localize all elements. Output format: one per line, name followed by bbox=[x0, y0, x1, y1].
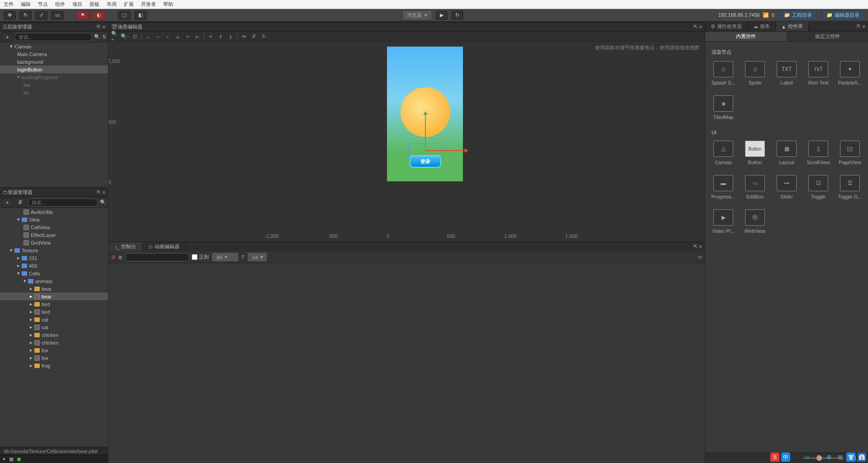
menu-project[interactable]: 项目 bbox=[72, 1, 82, 8]
widget-webview[interactable]: ⓔWebView bbox=[741, 207, 769, 236]
menu-file[interactable]: 文件 bbox=[4, 1, 14, 8]
widget-sprite[interactable]: ◇Sprite bbox=[741, 58, 769, 88]
popout-icon[interactable]: ⇱ bbox=[693, 24, 698, 30]
scene-canvas[interactable]: 使用鼠标右键平移视窗焦点，使用滚轮缩放视图 1,000 500 0 -1,000… bbox=[108, 42, 705, 241]
widget-pageview[interactable]: ▯▯PageView bbox=[836, 138, 863, 168]
tree-canvas[interactable]: ▾Canvas bbox=[0, 43, 108, 50]
scene-panel-header[interactable]: 🎬 场景编辑器 ⇱≡ bbox=[108, 22, 705, 32]
widget-panel[interactable]: 渲染节点 ◇Splash S... ◇Sprite TXTLabel TxTRi… bbox=[705, 42, 868, 453]
tree-tip[interactable]: tip bbox=[0, 89, 108, 96]
menu-node[interactable]: 节点 bbox=[38, 1, 48, 8]
builtin-tab[interactable]: 内置控件 bbox=[705, 32, 787, 41]
widget-slider[interactable]: ⊶Slider bbox=[773, 172, 800, 202]
font-size-dropdown[interactable]: 14 ▾ bbox=[247, 252, 267, 262]
dist-h2-icon[interactable]: ⫫ bbox=[227, 33, 234, 40]
play-button[interactable]: ▶ bbox=[436, 11, 448, 20]
widget-splash[interactable]: ◇Splash S... bbox=[710, 58, 737, 88]
tray-icon[interactable]: 👔 bbox=[857, 453, 866, 462]
collapse-icon[interactable]: ▾ bbox=[3, 456, 5, 462]
ime-icon[interactable]: S bbox=[770, 453, 779, 462]
widget-scrollview[interactable]: ▯ScrollView bbox=[805, 138, 832, 168]
open-log-icon[interactable]: 🗎 bbox=[118, 255, 123, 260]
menu-developer[interactable]: 开发者 bbox=[141, 1, 156, 8]
flip-h-icon[interactable]: ⇋ bbox=[240, 33, 247, 40]
menu-bar[interactable]: 文件 编辑 节点 组件 项目 面板 布局 扩展 开发者 帮助 bbox=[0, 0, 868, 9]
flip-v-icon[interactable]: ⇵ bbox=[250, 33, 257, 40]
search-icon[interactable]: 🔍 bbox=[94, 34, 100, 40]
scale-tool[interactable]: ⤢ bbox=[35, 11, 47, 20]
rotate-tool[interactable]: ↻ bbox=[19, 11, 32, 20]
asset-row[interactable]: ▸bird bbox=[0, 300, 108, 308]
search-icon[interactable]: 🔍 bbox=[100, 199, 106, 205]
widget-label[interactable]: TXTLabel bbox=[773, 58, 800, 88]
tray-icon[interactable]: ⬇ bbox=[814, 453, 823, 462]
align-center-h-icon[interactable]: ⫟ bbox=[154, 33, 161, 40]
menu-icon[interactable]: ≡ bbox=[699, 24, 702, 30]
filter-icon[interactable]: ⇅ bbox=[102, 34, 106, 40]
widget-particle[interactable]: ✦ParticleS... bbox=[836, 58, 863, 88]
asset-row[interactable]: ▾animals bbox=[0, 277, 108, 285]
anim-tab[interactable]: ▷ 动画编辑器 bbox=[143, 242, 186, 251]
asset-row[interactable]: AudioUtils bbox=[0, 208, 108, 216]
menu-icon[interactable]: ≡ bbox=[103, 24, 105, 30]
menu-icon[interactable]: ≡ bbox=[699, 244, 702, 250]
asset-row[interactable]: ▸frog bbox=[0, 362, 108, 369]
align-left-icon[interactable]: ⫠ bbox=[144, 33, 151, 40]
align-middle-icon[interactable]: ⫧ bbox=[184, 33, 191, 40]
clear-icon[interactable]: ⊘ bbox=[111, 254, 115, 260]
menu-panel[interactable]: 面板 bbox=[90, 1, 99, 8]
asset-row[interactable]: ▸450 bbox=[0, 262, 108, 269]
menu-component[interactable]: 组件 bbox=[55, 1, 65, 8]
align-top-icon[interactable]: ⫨ bbox=[174, 33, 181, 40]
project-dir-button[interactable]: 📁 工程目录 bbox=[779, 10, 817, 20]
refresh-button[interactable]: ↻ bbox=[451, 11, 463, 20]
popout-icon[interactable]: ⇱ bbox=[97, 24, 101, 30]
zoom-in-icon[interactable]: 🔍+ bbox=[111, 33, 118, 40]
hierarchy-tree[interactable]: ▾Canvas Main Camera background loginButt… bbox=[0, 43, 108, 187]
rect-tool[interactable]: ▭ bbox=[51, 11, 64, 20]
zoom-fit-icon[interactable]: ⊡ bbox=[131, 33, 138, 40]
menu-icon[interactable]: ≡ bbox=[863, 24, 865, 29]
create-asset-button[interactable]: + bbox=[2, 198, 13, 207]
widget-progress[interactable]: ▬Progress... bbox=[710, 172, 737, 202]
tree-background[interactable]: background bbox=[0, 58, 108, 66]
tray-icon[interactable]: ⊞ bbox=[825, 453, 834, 462]
x-axis-gizmo[interactable] bbox=[425, 150, 466, 151]
console-filter-input[interactable] bbox=[126, 253, 189, 261]
asset-row[interactable]: ▸cat bbox=[0, 323, 108, 331]
align-bottom-icon[interactable]: ⫦ bbox=[194, 33, 201, 40]
hierarchy-search[interactable] bbox=[14, 33, 92, 41]
tray-icon[interactable]: ▦ bbox=[835, 453, 844, 462]
move-tool[interactable]: ✥ bbox=[4, 11, 16, 20]
dist-h-icon[interactable]: ⫩ bbox=[207, 33, 214, 40]
terminal-icon[interactable]: ▦ bbox=[9, 456, 14, 462]
rotate-cw-icon[interactable]: ↻ bbox=[260, 33, 267, 40]
asset-row[interactable]: ▸bird bbox=[0, 308, 108, 316]
menu-icon[interactable]: ≡ bbox=[103, 189, 105, 195]
asset-row-selected[interactable]: ▸bear bbox=[0, 293, 108, 300]
widget-togglegroup[interactable]: ☰Toggle G... bbox=[836, 172, 863, 202]
preview-dropdown[interactable]: 浏览器 ▾ bbox=[402, 10, 432, 20]
tree-bar[interactable]: bar bbox=[0, 81, 108, 89]
asset-row[interactable]: ▾View bbox=[0, 216, 108, 223]
collapse-icon[interactable]: ▭ bbox=[698, 254, 702, 260]
create-node-button[interactable]: + bbox=[2, 33, 13, 42]
tree-main-camera[interactable]: Main Camera bbox=[0, 50, 108, 58]
widget-editbox[interactable]: ▭EditBox bbox=[741, 172, 769, 202]
popout-icon[interactable]: ⇱ bbox=[693, 244, 698, 250]
asset-row[interactable]: ▸cat bbox=[0, 316, 108, 323]
tree-login-button[interactable]: loginButton bbox=[0, 66, 108, 73]
menu-help[interactable]: 帮助 bbox=[163, 1, 173, 8]
asset-row[interactable]: EffectLayer bbox=[0, 231, 108, 239]
widget-tiledmap[interactable]: ◈TiledMap bbox=[710, 93, 737, 123]
popout-icon[interactable]: ⇱ bbox=[97, 189, 101, 195]
widget-button[interactable]: ButtonButton bbox=[741, 138, 769, 168]
sort-button[interactable]: ⇵ bbox=[14, 198, 26, 207]
widget-videoplayer[interactable]: ▶Video Pl... bbox=[710, 207, 737, 236]
regex-checkbox[interactable]: 正则 bbox=[192, 254, 209, 260]
widget-toggle[interactable]: ☑Toggle bbox=[805, 172, 832, 202]
asset-row[interactable]: ▸bear bbox=[0, 285, 108, 293]
services-tab[interactable]: ☁ 服务 bbox=[748, 22, 776, 31]
menu-extension[interactable]: 扩展 bbox=[124, 1, 134, 8]
tray-icon[interactable]: ☺ bbox=[803, 453, 812, 462]
